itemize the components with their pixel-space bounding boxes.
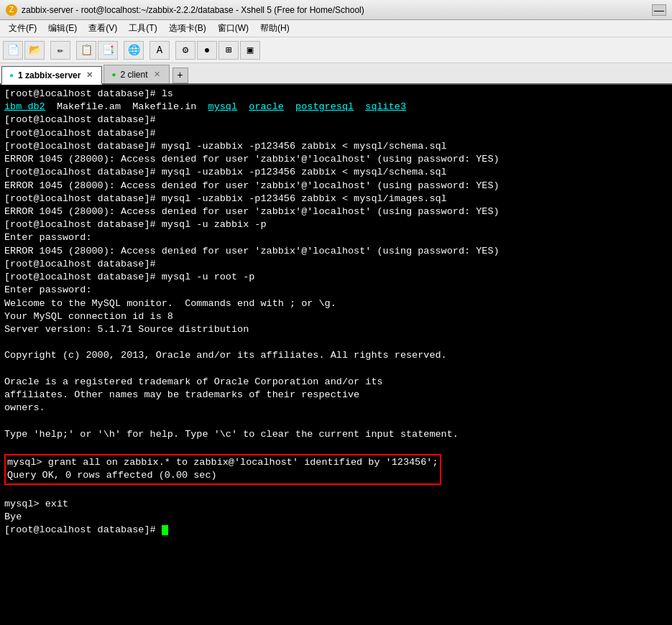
terminal-line-28	[4, 441, 668, 454]
terminal-line-14: [root@localhost database]#	[4, 258, 668, 271]
new-session-btn[interactable]: 📄	[3, 41, 23, 60]
cursor-block	[162, 525, 168, 535]
paste-btn[interactable]: 📑	[98, 41, 118, 60]
menu-tools[interactable]: 工具(T)	[123, 21, 162, 36]
menu-bar: 文件(F) 编辑(E) 查看(V) 工具(T) 选项卡(B) 窗口(W) 帮助(…	[0, 20, 672, 37]
open-btn[interactable]: 📂	[24, 41, 45, 60]
terminal-line-30: mysql> exit	[4, 498, 668, 511]
tab-inactive-indicator: ●	[111, 70, 116, 78]
terminal[interactable]: [root@localhost database]# ls ibm_db2 Ma…	[0, 85, 672, 625]
terminal-line-12: Enter password:	[4, 231, 668, 244]
terminal-line-10: ERROR 1045 (28000): Access denied for us…	[4, 205, 668, 218]
title-bar: Z zabbix-server - root@localhost:~/zabbi…	[0, 0, 672, 20]
zoom-btn[interactable]: ⊞	[218, 41, 239, 60]
terminal-line-26	[4, 415, 668, 427]
tab-add-button[interactable]: +	[172, 68, 188, 83]
record-btn[interactable]: ●	[197, 41, 217, 60]
tab-bar: ● 1 zabbix-server ✕ ● 2 client ✕ +	[0, 63, 672, 85]
terminal-line-11: [root@localhost database]# mysql -u zabb…	[4, 218, 668, 231]
terminal-line-29	[4, 485, 668, 498]
tab-zabbix-server[interactable]: ● 1 zabbix-server ✕	[1, 66, 102, 85]
menu-view[interactable]: 查看(V)	[83, 21, 123, 36]
minimize-button[interactable]: —	[652, 4, 666, 16]
terminal-line-1: [root@localhost database]# ls	[4, 88, 668, 101]
terminal-line-8: ERROR 1045 (28000): Access denied for us…	[4, 180, 668, 193]
terminal-line-18: Your MySQL connection id is 8	[4, 310, 668, 323]
menu-file[interactable]: 文件(F)	[3, 21, 42, 36]
terminal-line-3: [root@localhost database]#	[4, 114, 668, 126]
pen-btn[interactable]: ✏️	[50, 41, 70, 60]
toolbar: 📄 📂 ✏️ 📋 📑 🌐 A ⚙️ ● ⊞ ▣	[0, 37, 672, 63]
terminal-line-25: owners.	[4, 402, 668, 415]
menu-tabs[interactable]: 选项卡(B)	[163, 21, 212, 36]
copy-btn[interactable]: 📋	[76, 41, 96, 60]
terminal-line-16: Enter password:	[4, 284, 668, 297]
font-btn[interactable]: A	[149, 41, 170, 60]
menu-edit[interactable]: 编辑(E)	[42, 21, 83, 36]
terminal-line-7: [root@localhost database]# mysql -uzabbi…	[4, 166, 668, 179]
terminal-line-17: Welcome to the MySQL monitor. Commands e…	[4, 297, 668, 310]
app-icon: Z	[6, 4, 17, 16]
terminal-line-9: [root@localhost database]# mysql -uzabbi…	[4, 193, 668, 205]
terminal-line-grant: mysql> grant all on zabbix.* to zabbix@'…	[7, 456, 438, 469]
terminal-line-21: Copyright (c) 2000, 2013, Oracle and/or …	[4, 349, 668, 362]
tab-label-inactive: 2 client	[120, 70, 147, 80]
window-title: zabbix-server - root@localhost:~/zabbix-…	[22, 5, 652, 15]
terminal-line-15: [root@localhost database]# mysql -u root…	[4, 271, 668, 284]
tab-client[interactable]: ● 2 client ✕	[103, 65, 169, 83]
terminal-line-20	[4, 336, 668, 349]
menu-help[interactable]: 帮助(H)	[254, 21, 295, 36]
tab-active-indicator: ●	[9, 71, 14, 79]
highlight-box: mysql> grant all on zabbix.* to zabbix@'…	[4, 454, 441, 484]
terminal-line-13: ERROR 1045 (28000): Access denied for us…	[4, 245, 668, 258]
globe-btn[interactable]: 🌐	[124, 41, 144, 60]
terminal-line-23: Oracle is a registered trademark of Orac…	[4, 376, 668, 389]
terminal-line-2: ibm_db2 Makefile.am Makefile.in mysql or…	[4, 101, 668, 114]
panel-btn[interactable]: ▣	[240, 41, 260, 60]
terminal-line-31: Bye	[4, 511, 668, 524]
settings-btn[interactable]: ⚙️	[175, 41, 195, 60]
menu-window[interactable]: 窗口(W)	[212, 21, 254, 36]
terminal-line-19: Server version: 5.1.71 Source distributi…	[4, 323, 668, 336]
terminal-line-32: [root@localhost database]#	[4, 524, 668, 537]
terminal-line-27: Type 'help;' or '\h' for help. Type '\c'…	[4, 428, 668, 441]
terminal-line-query-ok: Query OK, 0 rows affected (0.00 sec)	[7, 469, 438, 482]
terminal-line-24: affiliates. Other names may be trademark…	[4, 389, 668, 402]
terminal-line-5: [root@localhost database]# mysql -uzabbi…	[4, 140, 668, 153]
terminal-line-4: [root@localhost database]#	[4, 127, 668, 140]
tab-close-inactive[interactable]: ✕	[152, 70, 162, 79]
terminal-line-6: ERROR 1045 (28000): Access denied for us…	[4, 153, 668, 166]
tab-label-active: 1 zabbix-server	[18, 70, 80, 80]
terminal-line-22	[4, 363, 668, 376]
tab-close-active[interactable]: ✕	[85, 70, 94, 80]
